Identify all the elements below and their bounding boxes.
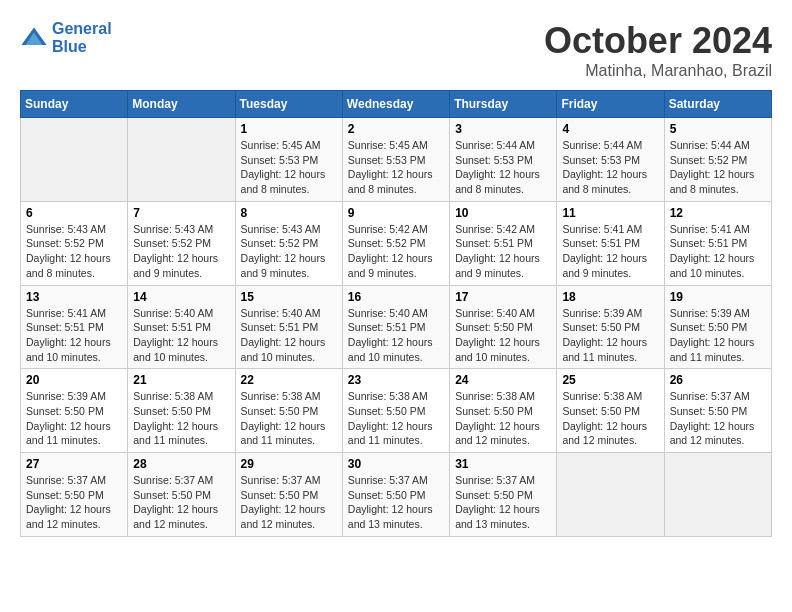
day-number: 1 [241,122,337,136]
day-number: 26 [670,373,766,387]
day-number: 22 [241,373,337,387]
day-number: 23 [348,373,444,387]
day-number: 13 [26,290,122,304]
calendar-cell [664,453,771,537]
calendar-cell: 26Sunrise: 5:37 AM Sunset: 5:50 PM Dayli… [664,369,771,453]
calendar-cell: 31Sunrise: 5:37 AM Sunset: 5:50 PM Dayli… [450,453,557,537]
logo-text: General Blue [52,20,112,56]
day-info: Sunrise: 5:40 AM Sunset: 5:50 PM Dayligh… [455,306,551,365]
calendar-cell: 30Sunrise: 5:37 AM Sunset: 5:50 PM Dayli… [342,453,449,537]
day-info: Sunrise: 5:37 AM Sunset: 5:50 PM Dayligh… [670,389,766,448]
calendar-cell: 14Sunrise: 5:40 AM Sunset: 5:51 PM Dayli… [128,285,235,369]
day-number: 17 [455,290,551,304]
day-info: Sunrise: 5:37 AM Sunset: 5:50 PM Dayligh… [241,473,337,532]
calendar-cell [557,453,664,537]
day-info: Sunrise: 5:38 AM Sunset: 5:50 PM Dayligh… [455,389,551,448]
page-header: General Blue October 2024 Matinha, Maran… [20,20,772,80]
day-number: 8 [241,206,337,220]
day-info: Sunrise: 5:41 AM Sunset: 5:51 PM Dayligh… [26,306,122,365]
weekday-header: Tuesday [235,91,342,118]
calendar-cell [128,118,235,202]
calendar-cell: 5Sunrise: 5:44 AM Sunset: 5:52 PM Daylig… [664,118,771,202]
day-info: Sunrise: 5:39 AM Sunset: 5:50 PM Dayligh… [670,306,766,365]
calendar-cell: 11Sunrise: 5:41 AM Sunset: 5:51 PM Dayli… [557,201,664,285]
day-info: Sunrise: 5:39 AM Sunset: 5:50 PM Dayligh… [562,306,658,365]
day-number: 25 [562,373,658,387]
calendar-cell: 13Sunrise: 5:41 AM Sunset: 5:51 PM Dayli… [21,285,128,369]
day-info: Sunrise: 5:38 AM Sunset: 5:50 PM Dayligh… [133,389,229,448]
calendar-week-row: 6Sunrise: 5:43 AM Sunset: 5:52 PM Daylig… [21,201,772,285]
day-info: Sunrise: 5:37 AM Sunset: 5:50 PM Dayligh… [26,473,122,532]
day-info: Sunrise: 5:41 AM Sunset: 5:51 PM Dayligh… [670,222,766,281]
calendar-cell: 29Sunrise: 5:37 AM Sunset: 5:50 PM Dayli… [235,453,342,537]
day-info: Sunrise: 5:37 AM Sunset: 5:50 PM Dayligh… [133,473,229,532]
calendar-cell: 28Sunrise: 5:37 AM Sunset: 5:50 PM Dayli… [128,453,235,537]
calendar-cell: 20Sunrise: 5:39 AM Sunset: 5:50 PM Dayli… [21,369,128,453]
day-number: 2 [348,122,444,136]
day-info: Sunrise: 5:43 AM Sunset: 5:52 PM Dayligh… [241,222,337,281]
day-number: 9 [348,206,444,220]
day-number: 21 [133,373,229,387]
day-info: Sunrise: 5:43 AM Sunset: 5:52 PM Dayligh… [133,222,229,281]
day-number: 27 [26,457,122,471]
calendar-cell: 8Sunrise: 5:43 AM Sunset: 5:52 PM Daylig… [235,201,342,285]
day-number: 12 [670,206,766,220]
calendar-cell: 21Sunrise: 5:38 AM Sunset: 5:50 PM Dayli… [128,369,235,453]
weekday-header: Friday [557,91,664,118]
calendar-week-row: 27Sunrise: 5:37 AM Sunset: 5:50 PM Dayli… [21,453,772,537]
day-number: 20 [26,373,122,387]
calendar-week-row: 13Sunrise: 5:41 AM Sunset: 5:51 PM Dayli… [21,285,772,369]
day-info: Sunrise: 5:41 AM Sunset: 5:51 PM Dayligh… [562,222,658,281]
weekday-header: Saturday [664,91,771,118]
calendar-header-row: SundayMondayTuesdayWednesdayThursdayFrid… [21,91,772,118]
calendar-cell: 27Sunrise: 5:37 AM Sunset: 5:50 PM Dayli… [21,453,128,537]
calendar-cell: 18Sunrise: 5:39 AM Sunset: 5:50 PM Dayli… [557,285,664,369]
day-info: Sunrise: 5:43 AM Sunset: 5:52 PM Dayligh… [26,222,122,281]
calendar-cell: 15Sunrise: 5:40 AM Sunset: 5:51 PM Dayli… [235,285,342,369]
day-info: Sunrise: 5:40 AM Sunset: 5:51 PM Dayligh… [241,306,337,365]
day-info: Sunrise: 5:44 AM Sunset: 5:53 PM Dayligh… [455,138,551,197]
calendar-cell: 17Sunrise: 5:40 AM Sunset: 5:50 PM Dayli… [450,285,557,369]
month-title: October 2024 [544,20,772,62]
day-number: 31 [455,457,551,471]
day-info: Sunrise: 5:38 AM Sunset: 5:50 PM Dayligh… [348,389,444,448]
day-info: Sunrise: 5:44 AM Sunset: 5:52 PM Dayligh… [670,138,766,197]
calendar-cell: 16Sunrise: 5:40 AM Sunset: 5:51 PM Dayli… [342,285,449,369]
day-info: Sunrise: 5:38 AM Sunset: 5:50 PM Dayligh… [562,389,658,448]
day-number: 18 [562,290,658,304]
day-info: Sunrise: 5:37 AM Sunset: 5:50 PM Dayligh… [455,473,551,532]
day-number: 30 [348,457,444,471]
weekday-header: Wednesday [342,91,449,118]
calendar-cell: 6Sunrise: 5:43 AM Sunset: 5:52 PM Daylig… [21,201,128,285]
day-info: Sunrise: 5:37 AM Sunset: 5:50 PM Dayligh… [348,473,444,532]
day-number: 29 [241,457,337,471]
calendar-cell: 19Sunrise: 5:39 AM Sunset: 5:50 PM Dayli… [664,285,771,369]
day-number: 5 [670,122,766,136]
day-number: 28 [133,457,229,471]
day-info: Sunrise: 5:42 AM Sunset: 5:51 PM Dayligh… [455,222,551,281]
day-number: 19 [670,290,766,304]
calendar-table: SundayMondayTuesdayWednesdayThursdayFrid… [20,90,772,537]
calendar-cell: 4Sunrise: 5:44 AM Sunset: 5:53 PM Daylig… [557,118,664,202]
day-number: 10 [455,206,551,220]
day-number: 3 [455,122,551,136]
calendar-cell: 24Sunrise: 5:38 AM Sunset: 5:50 PM Dayli… [450,369,557,453]
calendar-cell [21,118,128,202]
weekday-header: Thursday [450,91,557,118]
weekday-header: Monday [128,91,235,118]
day-number: 11 [562,206,658,220]
calendar-cell: 7Sunrise: 5:43 AM Sunset: 5:52 PM Daylig… [128,201,235,285]
calendar-cell: 9Sunrise: 5:42 AM Sunset: 5:52 PM Daylig… [342,201,449,285]
weekday-header: Sunday [21,91,128,118]
day-info: Sunrise: 5:38 AM Sunset: 5:50 PM Dayligh… [241,389,337,448]
location-title: Matinha, Maranhao, Brazil [544,62,772,80]
calendar-cell: 22Sunrise: 5:38 AM Sunset: 5:50 PM Dayli… [235,369,342,453]
logo-icon [20,24,48,52]
calendar-cell: 2Sunrise: 5:45 AM Sunset: 5:53 PM Daylig… [342,118,449,202]
day-info: Sunrise: 5:44 AM Sunset: 5:53 PM Dayligh… [562,138,658,197]
calendar-cell: 12Sunrise: 5:41 AM Sunset: 5:51 PM Dayli… [664,201,771,285]
day-info: Sunrise: 5:42 AM Sunset: 5:52 PM Dayligh… [348,222,444,281]
day-info: Sunrise: 5:39 AM Sunset: 5:50 PM Dayligh… [26,389,122,448]
day-number: 14 [133,290,229,304]
day-info: Sunrise: 5:45 AM Sunset: 5:53 PM Dayligh… [241,138,337,197]
